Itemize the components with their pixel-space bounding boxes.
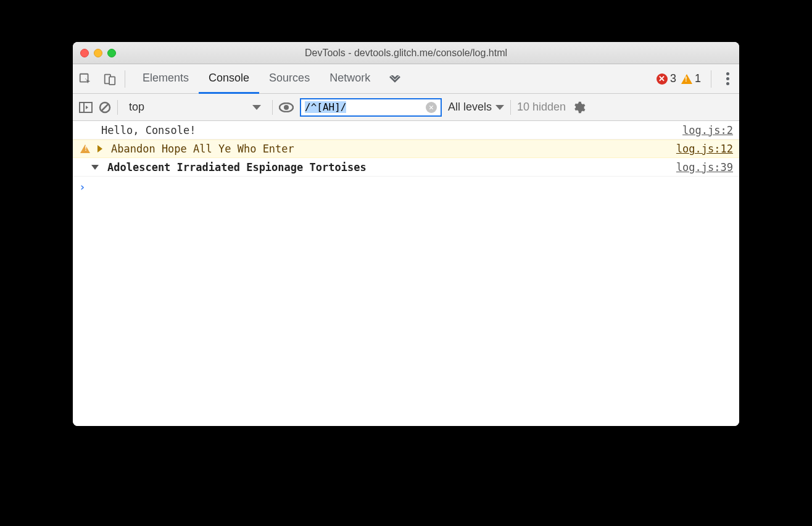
hidden-messages-label[interactable]: 10 hidden	[517, 101, 566, 114]
svg-rect-2	[109, 77, 115, 85]
divider	[510, 100, 511, 115]
tab-elements[interactable]: Elements	[133, 64, 199, 94]
prompt-icon: ›	[79, 180, 86, 193]
warning-icon	[80, 144, 90, 153]
levels-label: All levels	[448, 101, 492, 114]
more-tabs-button[interactable]	[380, 64, 410, 94]
log-row-warning: Abandon Hope All Ye Who Enter log.js:12	[73, 140, 739, 158]
log-message: Hello, Console!	[101, 124, 196, 136]
svg-point-8	[284, 105, 289, 110]
tab-console[interactable]: Console	[199, 64, 259, 94]
tab-sources[interactable]: Sources	[259, 64, 320, 94]
title-bar: DevTools - devtools.glitch.me/console/lo…	[73, 42, 739, 64]
log-source-link[interactable]: log.js:12	[676, 143, 733, 155]
svg-line-6	[102, 104, 108, 111]
clear-filter-icon[interactable]: ✕	[426, 102, 437, 113]
error-icon: ✕	[657, 73, 668, 85]
main-tab-bar: Elements Console Sources Network ✕ 3 1	[73, 64, 739, 94]
execution-context-select[interactable]: top	[124, 101, 266, 114]
log-source-link[interactable]: log.js:2	[682, 124, 733, 136]
log-row: Hello, Console! log.js:2	[73, 121, 739, 140]
console-messages: Hello, Console! log.js:2 Abandon Hope Al…	[73, 121, 739, 426]
toggle-sidebar-icon[interactable]	[79, 102, 93, 113]
divider	[272, 100, 273, 115]
settings-menu-button[interactable]	[721, 72, 734, 85]
warning-count-badge[interactable]: 1	[681, 72, 701, 85]
console-prompt-row[interactable]: ›	[73, 177, 739, 197]
tab-network[interactable]: Network	[320, 64, 380, 94]
filter-text: /^[AH]/	[305, 101, 346, 113]
expand-icon[interactable]	[97, 145, 102, 152]
console-toolbar: top /^[AH]/ ✕ All levels 10 hidden	[73, 94, 739, 121]
collapse-icon[interactable]	[91, 165, 99, 170]
filter-input[interactable]: /^[AH]/ ✕	[300, 98, 442, 117]
context-label: top	[129, 101, 144, 114]
divider	[117, 100, 118, 115]
chevron-down-icon	[495, 105, 504, 110]
log-message: Abandon Hope All Ye Who Enter	[111, 143, 294, 155]
clear-console-icon[interactable]	[99, 101, 111, 114]
divider	[711, 70, 711, 88]
log-source-link[interactable]: log.js:39	[676, 161, 733, 173]
console-settings-icon[interactable]	[572, 101, 586, 114]
warning-count: 1	[695, 72, 701, 85]
devtools-window: DevTools - devtools.glitch.me/console/lo…	[73, 42, 739, 426]
divider	[125, 70, 125, 88]
panel-tabs: Elements Console Sources Network	[133, 64, 410, 94]
inspect-element-icon[interactable]	[78, 72, 93, 86]
log-levels-select[interactable]: All levels	[448, 101, 504, 114]
error-count-badge[interactable]: ✕ 3	[657, 72, 676, 85]
device-toolbar-icon[interactable]	[102, 72, 117, 86]
log-message: Adolescent Irradiated Espionage Tortoise…	[107, 161, 367, 173]
error-count: 3	[670, 72, 676, 85]
warning-icon	[681, 74, 692, 84]
chevron-down-icon	[252, 105, 261, 110]
window-title: DevTools - devtools.glitch.me/console/lo…	[73, 48, 739, 59]
log-row-group: Adolescent Irradiated Espionage Tortoise…	[73, 158, 739, 177]
live-expression-icon[interactable]	[279, 102, 294, 112]
